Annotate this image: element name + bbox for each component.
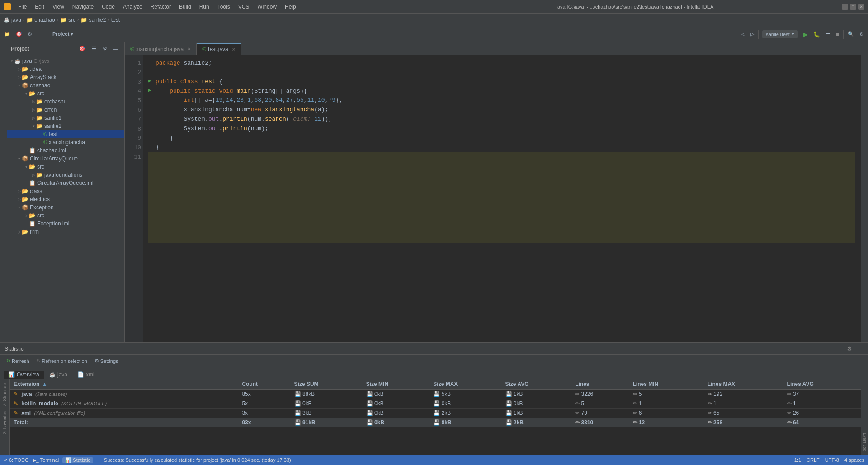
breadcrumb-src[interactable]: 📁 src: [60, 17, 75, 23]
indent-size[interactable]: 4 spaces: [844, 457, 864, 463]
col-lines-max[interactable]: Lines MAX: [704, 379, 783, 390]
tree-item-java-root[interactable]: ▾ ☕ java G:\java: [7, 57, 124, 65]
breadcrumb-test[interactable]: test: [111, 17, 120, 23]
col-size-sum[interactable]: Size SUM: [291, 379, 363, 390]
disk-total-max: 💾: [433, 419, 440, 426]
col-size-min[interactable]: Size MIN: [363, 379, 430, 390]
tab-todo[interactable]: ✔ 6: TODO: [4, 457, 29, 463]
tree-item-test[interactable]: © test: [7, 130, 124, 138]
tree-item-sanlie2[interactable]: ▾ 📂 sanlie2: [7, 122, 124, 130]
maximize-button[interactable]: □: [850, 4, 856, 10]
tree-item-circular-src[interactable]: ▾ 📂 src: [7, 163, 124, 171]
event-log-label[interactable]: Event Log: [863, 433, 867, 451]
menu-analyze[interactable]: Analyze: [119, 3, 146, 11]
tab-test[interactable]: © test.java ✕: [197, 43, 241, 55]
menu-tools[interactable]: Tools: [214, 3, 234, 11]
col-size-avg[interactable]: Size AVG: [502, 379, 572, 390]
col-lines[interactable]: Lines: [571, 379, 629, 390]
tree-item-chazhao-iml[interactable]: 📋 chazhao.iml: [7, 146, 124, 155]
breadcrumb-sanlie2[interactable]: 📁 sanlie2: [80, 17, 106, 23]
toolbar-settings-btn[interactable]: ⚙: [25, 30, 34, 38]
refresh-button[interactable]: ↻ Refresh: [4, 357, 32, 365]
tree-item-sanlie1[interactable]: ▷ 📂 sanlie1: [7, 114, 124, 122]
close-button[interactable]: ✕: [858, 4, 864, 10]
menu-vcs[interactable]: VCS: [235, 3, 253, 11]
stop-button[interactable]: ■: [834, 30, 841, 39]
col-lines-min[interactable]: Lines MIN: [629, 379, 704, 390]
settings-btn2[interactable]: ⚙: [857, 30, 866, 38]
run-arrow-3[interactable]: ▶: [148, 77, 156, 85]
menu-help[interactable]: Help: [281, 3, 300, 11]
menu-build[interactable]: Build: [175, 3, 195, 11]
col-extension[interactable]: Extension ▲: [10, 379, 238, 390]
tree-arrow-test: [38, 132, 43, 137]
tree-item-exception[interactable]: ▾ 📦 Exception: [7, 203, 124, 211]
tree-item-circular[interactable]: ▾ 📦 CircularArrayQueue: [7, 155, 124, 163]
menu-window[interactable]: Window: [254, 3, 280, 11]
subtab-java[interactable]: ☕ java: [45, 371, 72, 379]
toolbar-locate-btn[interactable]: 🎯: [14, 30, 24, 38]
breadcrumb-chazhao[interactable]: 📁 chazhao: [26, 17, 55, 23]
run-button[interactable]: ▶: [801, 29, 810, 39]
tree-item-exception-src[interactable]: ▷ 📂 src: [7, 211, 124, 220]
project-locate-btn[interactable]: 🎯: [77, 44, 88, 53]
menu-file[interactable]: File: [14, 3, 30, 11]
toolbar-project-btn[interactable]: 📁: [2, 30, 13, 38]
cursor-position[interactable]: 1:1: [794, 457, 801, 463]
line-ending[interactable]: CRLF: [807, 457, 820, 463]
project-gear-btn[interactable]: ⚙: [100, 44, 109, 53]
tree-item-firm[interactable]: ▷ 📂 firm: [7, 228, 124, 236]
settings-button[interactable]: ⚙ Settings: [92, 357, 121, 365]
project-hide-btn[interactable]: —: [111, 45, 121, 53]
search-everywhere-btn[interactable]: 🔍: [845, 30, 856, 38]
tree-item-exception-iml[interactable]: 📋 Exception.iml: [7, 220, 124, 228]
bottom-gear-icon[interactable]: ⚙: [847, 345, 852, 352]
menu-run[interactable]: Run: [196, 3, 213, 11]
minimize-button[interactable]: ─: [842, 4, 848, 10]
tree-item-electrics[interactable]: ▷ 📂 electrics: [7, 195, 124, 203]
tree-item-src[interactable]: ▾ 📂 src: [7, 89, 124, 98]
tree-item-xianxingtancha[interactable]: © xianxingtancha: [7, 138, 124, 146]
col-size-max[interactable]: Size MAX: [429, 379, 501, 390]
menu-view[interactable]: View: [49, 3, 68, 11]
code-editor[interactable]: package sanlie2; ▶ public class test { ▶…: [143, 55, 861, 342]
bottom-minus-icon[interactable]: —: [858, 345, 863, 352]
col-count[interactable]: Count: [238, 379, 290, 390]
debug-button[interactable]: 🐛: [811, 30, 822, 39]
tree-item-chazhao[interactable]: ▾ 📦 chazhao: [7, 81, 124, 89]
toolbar-back-btn[interactable]: ◁: [739, 30, 747, 38]
tree-item-arraystack[interactable]: ▷ 📂 ArrayStack: [7, 73, 124, 81]
menu-navigate[interactable]: Navigate: [69, 3, 97, 11]
tab-terminal[interactable]: ▶_ Terminal: [33, 457, 59, 463]
run-config-selector[interactable]: sanlie1test ▾: [762, 30, 798, 38]
tab-statistic[interactable]: 📊 Statistic: [62, 457, 93, 463]
tree-item-erchashu[interactable]: ▷ 📂 erchashu: [7, 98, 124, 106]
encoding[interactable]: UTF-8: [825, 457, 839, 463]
tree-item-javafoundations[interactable]: ▷ 📂 javafoundations: [7, 171, 124, 179]
tab-xianxingtancha-close[interactable]: ✕: [187, 47, 191, 52]
toolbar-forward-btn[interactable]: ▷: [748, 30, 756, 38]
tab-xianxingtancha[interactable]: © xianxingtancha.java ✕: [125, 43, 197, 55]
disk-icon-max-0: 💾: [433, 391, 440, 397]
tree-item-idea[interactable]: ▷ 📂 .idea: [7, 65, 124, 73]
project-layout-btn[interactable]: ☰: [90, 44, 99, 53]
toolbar-collapse-btn[interactable]: —: [35, 30, 45, 38]
tab-test-close[interactable]: ✕: [232, 47, 236, 52]
subtab-xml[interactable]: 📄 xml: [73, 371, 99, 379]
menu-code[interactable]: Code: [98, 3, 118, 11]
code-line-1: package sanlie2;: [148, 59, 855, 68]
breadcrumb-java[interactable]: ☕ java: [4, 17, 21, 23]
total-label: Total:: [10, 418, 238, 427]
col-lines-avg[interactable]: Lines AVG: [783, 379, 861, 390]
tree-item-class[interactable]: ▷ 📂 class: [7, 187, 124, 195]
z-structure-label[interactable]: Z: Structure: [1, 381, 8, 408]
subtab-overview[interactable]: 📊 Overview: [4, 371, 44, 379]
refresh-on-selection-button[interactable]: ↻ Refresh on selection: [34, 357, 90, 365]
run-arrow-4[interactable]: ▶: [148, 87, 156, 95]
run-coverage-btn[interactable]: ☂: [823, 30, 833, 39]
tree-item-erfen[interactable]: ▷ 📂 erfen: [7, 106, 124, 114]
menu-edit[interactable]: Edit: [31, 3, 48, 11]
favorites-label[interactable]: 2: Favorites: [1, 409, 8, 436]
menu-refactor[interactable]: Refactor: [147, 3, 175, 11]
tree-item-circular-iml[interactable]: 📋 CircularArrayQueue.iml: [7, 179, 124, 187]
